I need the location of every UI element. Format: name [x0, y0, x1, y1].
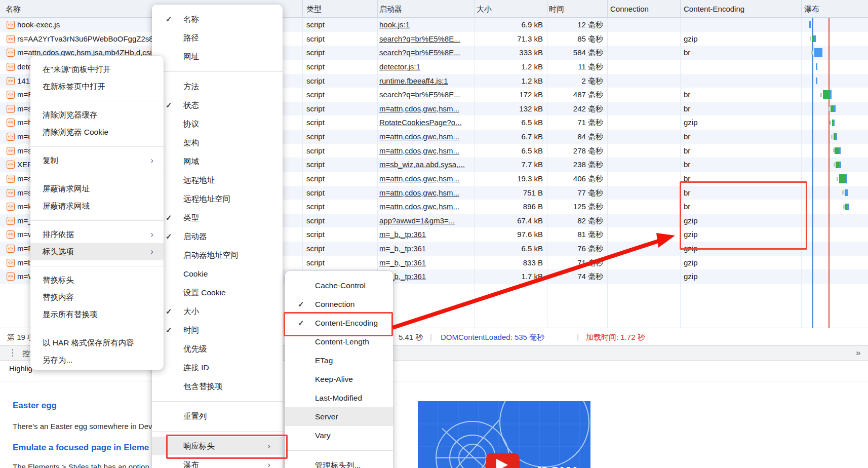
menu-item-20[interactable]: 包含替换项	[152, 377, 283, 396]
menu-item-10[interactable]: 管理标头列...	[285, 456, 393, 468]
request-initiator-link[interactable]: m=attn,cdos,gwc,hsm...	[379, 200, 472, 214]
menu-item-7[interactable]: 架构	[152, 133, 283, 152]
request-initiator-link[interactable]: m=attn,cdos,gwc,hsm...	[379, 102, 472, 116]
menu-item-2[interactable]: 网址	[152, 47, 283, 66]
menu-item-8[interactable]: 屏蔽请求网址	[30, 180, 164, 198]
menu-item-10[interactable]: 远程地址空间	[152, 189, 283, 208]
waterfall-tick-bar	[843, 205, 845, 209]
request-initiator-link[interactable]: m=_b,_tp:361	[379, 242, 472, 256]
menu-item-16[interactable]: 显示所有替换项	[30, 306, 164, 323]
menu-item-1[interactable]: 路径	[152, 28, 283, 47]
menu-item-1[interactable]: ✓Connection	[285, 295, 393, 314]
script-file-icon: <>	[7, 77, 15, 85]
request-content-encoding: gzip	[684, 32, 800, 46]
request-type: script	[306, 102, 376, 116]
request-initiator-link[interactable]: m=sb_wiz,aa,abd,sysa,...	[379, 158, 472, 172]
request-connection	[611, 256, 679, 270]
menu-item-label: 网址	[183, 51, 199, 62]
request-initiator-link[interactable]: m=_b,_tp:361	[379, 227, 472, 242]
menu-item-4[interactable]: 清除浏览器 Cookie	[30, 124, 164, 141]
kebab-menu-icon[interactable]: ⋮	[8, 347, 17, 358]
request-initiator-link[interactable]: search?q=br%E5%8E...	[379, 32, 472, 46]
request-initiator-link[interactable]: m=attn,cdos,gwc,hsm...	[379, 130, 472, 144]
column-header-3[interactable]: 大小	[477, 0, 547, 18]
menu-item-4[interactable]: 方法	[152, 77, 283, 96]
request-initiator-link[interactable]: detector.js:1	[379, 60, 472, 74]
menu-item-0[interactable]: Cache-Control	[285, 276, 393, 295]
table-row[interactable]: <>rs=AA2YrTva3rN3u6PWebBoOFggZ2s8scripts…	[0, 32, 868, 46]
whats-new-heading-easter-egg[interactable]: Easter egg	[13, 401, 161, 411]
request-initiator-link[interactable]: m=_b,_tp:361	[379, 269, 472, 284]
menu-item-11[interactable]: 排序依据›	[30, 226, 164, 243]
menu-item-label: 管理标头列...	[315, 460, 361, 468]
request-initiator-link[interactable]: hook.js:1	[379, 18, 472, 32]
menu-item-19[interactable]: 连接 ID	[152, 358, 283, 377]
request-type: script	[306, 172, 376, 186]
menu-item-6[interactable]: 协议	[152, 114, 283, 133]
menu-item-14[interactable]: Cookie	[152, 264, 283, 283]
table-row[interactable]: <>hook-exec.jsscripthook.js:16.9 kB12 毫秒	[0, 18, 868, 32]
waterfall-green-bar	[839, 174, 846, 183]
menu-item-0[interactable]: 在"来源"面板中打开	[30, 61, 164, 78]
menu-item-13[interactable]: 启动器地址空间	[152, 246, 283, 264]
menu-item-15[interactable]: 替换内容	[30, 289, 164, 306]
column-header-6[interactable]: Content-Encoding	[684, 0, 801, 18]
waterfall-tick-bar	[810, 36, 811, 41]
request-initiator-link[interactable]: RotateCookiesPage?o...	[379, 115, 472, 130]
script-file-icon: <>	[7, 217, 15, 225]
menu-item-6[interactable]: Last-Modified	[285, 388, 393, 407]
request-time: 82 毫秒	[547, 214, 603, 228]
request-initiator-link[interactable]: search?q=br%E5%8E...	[379, 46, 472, 60]
menu-item-7[interactable]: Server	[285, 407, 393, 426]
whats-new-heading-emulate-focused[interactable]: Emulate a focused page in Eleme	[13, 443, 161, 453]
request-initiator-link[interactable]: m=attn,cdos,gwc,hsm...	[379, 186, 472, 200]
request-initiator-link[interactable]: app?awwd=1&gm3=...	[379, 214, 472, 228]
menu-item-5[interactable]: Keep-Alive	[285, 370, 393, 388]
menu-item-18[interactable]: 以 HAR 格式保存所有内容	[30, 334, 164, 352]
request-initiator-link[interactable]: runtime.fbeeaff4.js:1	[379, 74, 472, 88]
menu-item-19[interactable]: 另存为...	[30, 352, 164, 369]
menu-item-17[interactable]: ✓时间	[152, 321, 283, 339]
request-time: 71 毫秒	[547, 115, 603, 130]
menu-item-22[interactable]: 重置列	[152, 407, 283, 425]
menu-item-0[interactable]: ✓名称	[152, 10, 283, 28]
menu-item-16[interactable]: ✓大小	[152, 302, 283, 321]
waterfall-tick-bar	[830, 121, 831, 125]
script-file-icon: <>	[7, 272, 15, 281]
menu-item-5[interactable]: ✓状态	[152, 96, 283, 114]
menu-item-label: 在"来源"面板中打开	[43, 64, 111, 75]
menu-item-label: 架构	[183, 137, 199, 148]
menu-item-11[interactable]: ✓类型	[152, 208, 283, 227]
menu-item-6[interactable]: 复制›	[30, 152, 164, 169]
script-file-icon: <>	[7, 133, 15, 141]
request-size: 6.9 kB	[474, 18, 543, 32]
checkmark-icon: ✓	[166, 15, 172, 24]
request-type: script	[306, 242, 376, 256]
column-header-7[interactable]: 瀑布	[804, 0, 868, 18]
menu-item-label: Server	[315, 412, 338, 421]
menu-item-12[interactable]: ✓启动器	[152, 227, 283, 246]
menu-item-9[interactable]: 屏蔽请求网域	[30, 198, 164, 215]
menu-item-9[interactable]: 远程地址	[152, 171, 283, 189]
column-header-2[interactable]: 启动器	[379, 0, 474, 18]
request-initiator-link[interactable]: m=attn,cdos,gwc,hsm...	[379, 172, 472, 186]
menu-item-15[interactable]: 设置 Cookie	[152, 283, 283, 302]
request-initiator-link[interactable]: search?q=br%E5%8E...	[379, 88, 472, 102]
menu-item-4[interactable]: ETag	[285, 351, 393, 370]
menu-item-3[interactable]: 清除浏览器缓存	[30, 106, 164, 124]
column-header-5[interactable]: Connection	[610, 0, 680, 18]
menu-item-12[interactable]: 标头选项›	[30, 243, 164, 260]
request-initiator-link[interactable]: m=_b,_tp:361	[379, 256, 472, 270]
expand-chevron-icon[interactable]: »	[856, 346, 860, 360]
column-header-1[interactable]: 类型	[306, 0, 377, 18]
menu-item-14[interactable]: 替换标头	[30, 271, 164, 289]
waterfall-blue-bar	[816, 63, 817, 70]
whats-new-video-thumbnail[interactable]: new	[418, 401, 590, 468]
menu-item-8[interactable]: 网域	[152, 152, 283, 171]
menu-item-18[interactable]: 优先级	[152, 339, 283, 358]
waterfall-blue-bar	[846, 189, 848, 196]
menu-item-1[interactable]: 在新标签页中打开	[30, 78, 164, 95]
menu-item-8[interactable]: Vary	[285, 426, 393, 445]
request-initiator-link[interactable]: m=attn,cdos,gwc,hsm...	[379, 144, 472, 158]
column-header-4[interactable]: 时间	[549, 0, 607, 18]
